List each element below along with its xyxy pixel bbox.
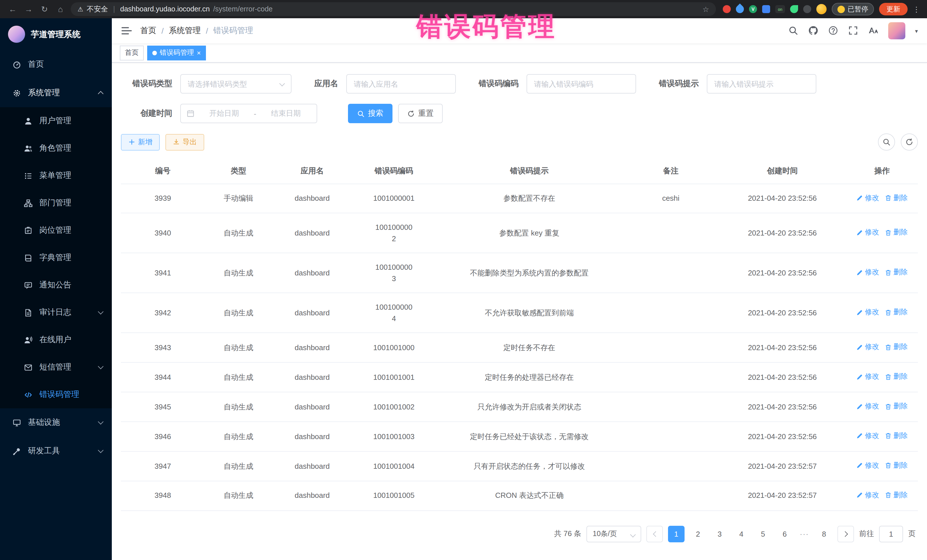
browser-home-icon[interactable]: ⌂: [55, 5, 66, 14]
browser-forward-icon[interactable]: →: [23, 5, 34, 14]
address-bar[interactable]: ⚠ 不安全 | dashboard.yudao.iocoder.cn /syst…: [71, 2, 716, 16]
sidebar-item-post[interactable]: 岗位管理: [0, 217, 112, 244]
sidebar-item-sms[interactable]: 短信管理: [0, 354, 112, 381]
browser-back-icon[interactable]: ←: [7, 5, 18, 14]
error-msg-input[interactable]: [714, 80, 809, 88]
error-type-select[interactable]: [180, 74, 292, 94]
error-code-input[interactable]: [534, 80, 629, 88]
reset-button[interactable]: 重置: [398, 104, 443, 123]
date-range-picker[interactable]: 开始日期 - 结束日期: [180, 104, 317, 123]
sidebar-item-notice[interactable]: 通知公告: [0, 272, 112, 299]
page-button-3[interactable]: 3: [711, 525, 728, 542]
sidebar-item-menu[interactable]: 菜单管理: [0, 162, 112, 189]
page-button-5[interactable]: 5: [755, 525, 771, 542]
close-icon[interactable]: ×: [197, 49, 201, 56]
edit-link[interactable]: 修改: [856, 372, 879, 382]
page-button-4[interactable]: 4: [733, 525, 749, 542]
page-button-8[interactable]: 8: [816, 525, 832, 542]
sidebar-item-user[interactable]: 用户管理: [0, 107, 112, 135]
edit-link[interactable]: 修改: [856, 227, 879, 238]
breadcrumb-item-home[interactable]: 首页: [140, 26, 156, 36]
user-avatar[interactable]: [888, 22, 905, 39]
edit-link[interactable]: 修改: [856, 267, 879, 278]
chevron-down-icon[interactable]: ▾: [915, 28, 918, 34]
sidebar-item-infra[interactable]: 基础设施: [0, 408, 112, 437]
sidebar-item-dept[interactable]: 部门管理: [0, 189, 112, 217]
sidebar-item-system[interactable]: 系统管理: [0, 79, 112, 107]
error-code-table: 编号类型应用名错误码编码错误码提示备注创建时间操作 3939手动编辑dashbo…: [121, 159, 918, 511]
edit-link[interactable]: 修改: [856, 460, 879, 471]
toggle-search-button[interactable]: [878, 134, 895, 150]
page-size-select[interactable]: 10条/页: [587, 525, 641, 542]
next-page-button[interactable]: [837, 525, 854, 542]
browser-profile-avatar[interactable]: [816, 4, 827, 14]
delete-link[interactable]: 删除: [885, 267, 907, 278]
sidebar-item-error-code[interactable]: 错误码管理: [0, 381, 112, 408]
extension-leaf-icon[interactable]: [790, 5, 798, 13]
delete-link[interactable]: 删除: [885, 193, 907, 203]
fullscreen-icon[interactable]: [848, 26, 859, 36]
search-icon[interactable]: [789, 26, 799, 36]
hamburger-icon[interactable]: [121, 25, 132, 36]
edit-link[interactable]: 修改: [856, 490, 879, 501]
edit-link[interactable]: 修改: [856, 193, 879, 203]
edit-link[interactable]: 修改: [856, 431, 879, 442]
delete-link[interactable]: 删除: [885, 490, 907, 501]
sidebar-item-dict[interactable]: 字典管理: [0, 244, 112, 272]
edit-link[interactable]: 修改: [856, 342, 879, 353]
delete-link[interactable]: 删除: [885, 307, 907, 318]
delete-link[interactable]: 删除: [885, 342, 907, 353]
page-button-1[interactable]: 1: [668, 525, 685, 542]
font-size-icon[interactable]: [868, 26, 878, 36]
search-button[interactable]: 搜索: [348, 104, 392, 123]
browser-menu-icon[interactable]: ⋮: [913, 5, 920, 14]
sidebar-item-label: 错误码管理: [40, 390, 79, 400]
error-code-field[interactable]: [527, 74, 636, 94]
sidebar-item-audit-log[interactable]: 审计日志: [0, 299, 112, 326]
edit-link[interactable]: 修改: [856, 401, 879, 412]
github-icon[interactable]: [808, 26, 819, 36]
sidebar-item-home[interactable]: 首页: [0, 50, 112, 79]
delete-link[interactable]: 删除: [885, 227, 907, 238]
app-name-field[interactable]: [346, 74, 456, 94]
extension-on-badge[interactable]: on: [775, 5, 785, 13]
extensions-pin-icon[interactable]: [803, 5, 811, 13]
breadcrumb-item-system[interactable]: 系统管理: [169, 26, 201, 36]
error-type-select-input[interactable]: [188, 80, 276, 88]
page-button-2[interactable]: 2: [690, 525, 706, 542]
delete-link[interactable]: 删除: [885, 372, 907, 382]
browser-update-button[interactable]: 更新: [879, 3, 907, 15]
cell-msg: 参数配置 key 重复: [436, 213, 623, 253]
extension-red-icon[interactable]: [723, 5, 731, 13]
help-icon[interactable]: [828, 26, 839, 36]
tab-error-code[interactable]: 错误码管理 ×: [147, 46, 206, 60]
code-icon: [24, 390, 32, 399]
more-pages-icon[interactable]: ···: [798, 530, 811, 538]
refresh-table-button[interactable]: [901, 134, 918, 150]
extension-grid-icon[interactable]: [762, 5, 770, 13]
app-name-input[interactable]: [354, 80, 448, 88]
table-row: 3947自动生成dashboard1001001004只有开启状态的任务，才可以…: [121, 451, 918, 481]
goto-page-input[interactable]: [879, 525, 903, 542]
sidebar-item-online-user[interactable]: 在线用户: [0, 326, 112, 354]
sidebar-item-dev-tool[interactable]: 研发工具: [0, 437, 112, 465]
sidebar-item-role[interactable]: 角色管理: [0, 135, 112, 162]
page-button-6[interactable]: 6: [777, 525, 793, 542]
delete-link[interactable]: 删除: [885, 460, 907, 471]
delete-link[interactable]: 删除: [885, 431, 907, 442]
paused-badge[interactable]: 已暂停: [832, 3, 874, 15]
export-button[interactable]: 导出: [166, 134, 204, 150]
error-msg-field[interactable]: [707, 74, 816, 94]
cell-code: 1001001003: [352, 422, 436, 451]
delete-link[interactable]: 删除: [885, 401, 907, 412]
prev-page-button[interactable]: [646, 525, 663, 542]
cell-actions: 修改删除: [846, 422, 918, 451]
tab-home[interactable]: 首页: [120, 46, 144, 60]
bookmark-star-icon[interactable]: ☆: [702, 5, 709, 14]
extension-v-icon[interactable]: V: [749, 5, 757, 13]
browser-reload-icon[interactable]: ↻: [39, 5, 50, 14]
edit-link[interactable]: 修改: [856, 307, 879, 318]
extension-drop-icon[interactable]: [734, 3, 746, 15]
add-button-label: 新增: [138, 137, 152, 147]
add-button[interactable]: 新增: [121, 134, 160, 150]
